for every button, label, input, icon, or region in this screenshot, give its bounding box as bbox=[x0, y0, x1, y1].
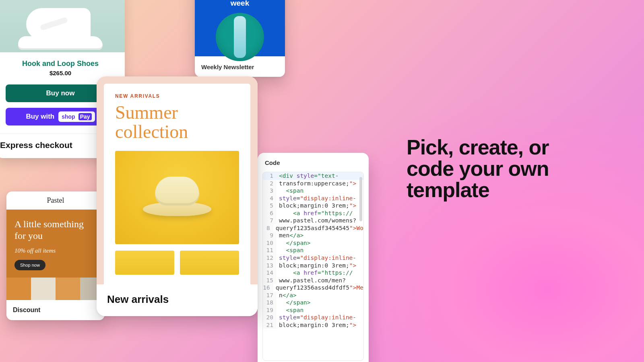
code-line: 15www.pastel.com/men? bbox=[263, 277, 363, 284]
code-line: 19 <span bbox=[263, 306, 363, 314]
code-line: 2transform:uppercase;"> bbox=[263, 180, 363, 187]
shop-now-button[interactable]: Shop now bbox=[14, 260, 45, 270]
promo-image-strip bbox=[6, 278, 105, 300]
code-line: 18 </span> bbox=[263, 299, 363, 306]
code-line: 14 <a href="https:// bbox=[263, 269, 363, 277]
code-panel-title: Code bbox=[258, 153, 369, 169]
line-number: 16 bbox=[263, 284, 273, 292]
line-number: 15 bbox=[263, 277, 277, 284]
line-text: block;margin:0 3rem;"> bbox=[277, 262, 363, 269]
code-line: 8queryf1235asdf3454545">Wo bbox=[263, 224, 363, 232]
newsletter-hero: Hot new products this week bbox=[195, 0, 285, 56]
code-editor[interactable]: 1<div style="text-2transform:uppercase;"… bbox=[262, 172, 364, 361]
collection-thumbnails bbox=[115, 251, 239, 275]
line-number: 12 bbox=[263, 254, 277, 262]
line-text: <a href="https:// bbox=[277, 210, 363, 217]
line-text: <a href="https:// bbox=[277, 269, 363, 277]
line-number: 11 bbox=[263, 247, 277, 254]
thumb bbox=[180, 251, 239, 275]
card-caption: Discount bbox=[6, 300, 105, 320]
line-number: 10 bbox=[263, 239, 277, 247]
headline: Pick, create, or code your own template bbox=[407, 137, 580, 201]
code-line: 12style="display:inline- bbox=[263, 254, 363, 262]
template-card-weekly-newsletter[interactable]: Hot new products this week Weekly Newsle… bbox=[195, 0, 285, 77]
code-line: 9men</a> bbox=[263, 232, 363, 239]
line-text: www.pastel.com/men? bbox=[277, 277, 363, 284]
line-number: 19 bbox=[263, 306, 277, 314]
promo-subtitle: 10% off all items bbox=[14, 247, 97, 254]
template-card-discount[interactable]: Pastel A little something for you 10% of… bbox=[6, 191, 105, 320]
card-caption: New arrivals bbox=[97, 284, 258, 316]
line-text: </span> bbox=[277, 239, 363, 247]
line-number: 3 bbox=[263, 187, 277, 195]
product-image bbox=[0, 0, 125, 52]
line-text: style="display:inline- bbox=[277, 314, 363, 321]
line-text: <span bbox=[277, 306, 363, 314]
code-line: 3 <span bbox=[263, 187, 363, 195]
line-number: 7 bbox=[263, 217, 277, 224]
brand-name: Pastel bbox=[6, 191, 105, 210]
code-line: 13block;margin:0 3rem;"> bbox=[263, 262, 363, 269]
line-number: 20 bbox=[263, 314, 277, 321]
collection-hero-image bbox=[115, 151, 239, 244]
line-text: queryf12356assd4dfdf5">Me bbox=[273, 284, 363, 292]
line-text: <span bbox=[277, 187, 363, 195]
promo-hero: A little something for you 10% off all i… bbox=[6, 210, 105, 278]
line-number: 6 bbox=[263, 210, 277, 217]
line-text: style="display:inline- bbox=[277, 254, 363, 262]
line-number: 21 bbox=[263, 321, 277, 329]
line-text: <span bbox=[277, 247, 363, 254]
line-number: 17 bbox=[263, 292, 277, 299]
code-line: 11 <span bbox=[263, 247, 363, 254]
line-text: men</a> bbox=[277, 232, 363, 239]
code-line: 10 </span> bbox=[263, 239, 363, 247]
code-line: 16queryf12356assd4dfdf5">Me bbox=[263, 284, 363, 292]
line-number: 14 bbox=[263, 269, 277, 277]
line-number: 13 bbox=[263, 262, 277, 269]
shoe-illustration bbox=[14, 4, 107, 52]
code-line: 4style="display:inline- bbox=[263, 195, 363, 202]
line-number: 5 bbox=[263, 202, 277, 210]
line-text: </span> bbox=[277, 299, 363, 306]
line-text: queryf1235asdf3454545">Wo bbox=[273, 224, 363, 232]
product-price: $265.00 bbox=[2, 70, 118, 76]
eyebrow-label: NEW ARRIVALS bbox=[115, 93, 239, 99]
newsletter-hero-title: Hot new products this week bbox=[195, 0, 285, 8]
line-text: <div style="text- bbox=[277, 172, 363, 180]
hat-illustration bbox=[143, 173, 211, 222]
code-line: 17n</a> bbox=[263, 292, 363, 299]
code-lines: 1<div style="text-2transform:uppercase;"… bbox=[263, 172, 363, 329]
shop-pay-prefix: Buy with bbox=[26, 113, 54, 121]
code-line: 21block;margin:0 3rem;"> bbox=[263, 321, 363, 329]
promo-title: A little something for you bbox=[14, 218, 97, 242]
line-number: 2 bbox=[263, 180, 277, 187]
bottle-illustration bbox=[216, 13, 264, 61]
template-card-new-arrivals[interactable]: NEW ARRIVALS Summer collection New arriv… bbox=[97, 76, 258, 316]
line-number: 4 bbox=[263, 195, 277, 202]
code-line: 1<div style="text- bbox=[263, 172, 363, 180]
product-title: Hook and Loop Shoes bbox=[2, 60, 118, 68]
code-line: 7www.pastel.com/womens? bbox=[263, 217, 363, 224]
line-text: style="display:inline- bbox=[277, 195, 363, 202]
code-line: 20style="display:inline- bbox=[263, 314, 363, 321]
code-panel[interactable]: Code 1<div style="text-2transform:upperc… bbox=[258, 153, 369, 362]
scrollbar[interactable] bbox=[359, 177, 362, 221]
collection-title: Summer collection bbox=[115, 103, 239, 142]
line-number: 9 bbox=[263, 232, 277, 239]
line-text: transform:uppercase;"> bbox=[277, 180, 363, 187]
line-text: block;margin:0 3rem;"> bbox=[277, 202, 363, 210]
line-text: www.pastel.com/womens? bbox=[277, 217, 363, 224]
code-line: 5block;margin:0 3rem;"> bbox=[263, 202, 363, 210]
line-text: n</a> bbox=[277, 292, 363, 299]
line-number: 18 bbox=[263, 299, 277, 306]
code-line: 6 <a href="https:// bbox=[263, 210, 363, 217]
thumb bbox=[115, 251, 174, 275]
line-number: 1 bbox=[263, 172, 277, 180]
shop-pay-badge: shopPay bbox=[58, 111, 95, 122]
line-number: 8 bbox=[263, 224, 273, 232]
line-text: block;margin:0 3rem;"> bbox=[277, 321, 363, 329]
